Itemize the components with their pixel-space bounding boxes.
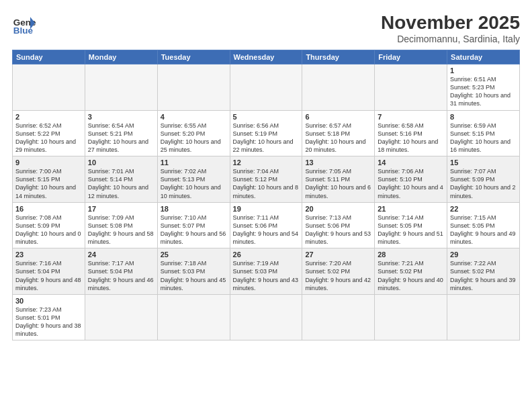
header-tuesday: Tuesday xyxy=(157,50,230,64)
day-info: Sunrise: 7:09 AM Sunset: 5:08 PM Dayligh… xyxy=(88,214,154,246)
calendar-cell: 11Sunrise: 7:02 AM Sunset: 5:13 PM Dayli… xyxy=(157,156,230,203)
calendar-cell xyxy=(85,64,157,111)
day-info: Sunrise: 6:54 AM Sunset: 5:21 PM Dayligh… xyxy=(88,122,154,154)
calendar-cell xyxy=(230,64,302,111)
day-info: Sunrise: 7:01 AM Sunset: 5:14 PM Dayligh… xyxy=(88,167,154,200)
calendar-cell: 5Sunrise: 6:56 AM Sunset: 5:19 PM Daylig… xyxy=(230,110,302,156)
day-number: 13 xyxy=(305,158,371,167)
calendar-cell xyxy=(375,64,447,111)
day-number: 20 xyxy=(305,205,371,213)
day-number: 24 xyxy=(88,250,154,259)
header-wednesday: Wednesday xyxy=(230,50,302,64)
calendar: Sunday Monday Tuesday Wednesday Thursday… xyxy=(12,50,520,340)
day-number: 8 xyxy=(450,113,517,121)
calendar-cell: 4Sunrise: 6:55 AM Sunset: 5:20 PM Daylig… xyxy=(157,110,230,156)
calendar-cell xyxy=(13,64,85,111)
header-monday: Monday xyxy=(85,50,157,64)
calendar-cell: 15Sunrise: 7:07 AM Sunset: 5:09 PM Dayli… xyxy=(447,156,520,203)
day-info: Sunrise: 7:19 AM Sunset: 5:03 PM Dayligh… xyxy=(233,259,300,292)
day-info: Sunrise: 6:51 AM Sunset: 5:23 PM Dayligh… xyxy=(450,75,517,108)
calendar-cell: 25Sunrise: 7:18 AM Sunset: 5:03 PM Dayli… xyxy=(157,248,230,295)
day-number: 2 xyxy=(15,113,82,121)
day-number: 10 xyxy=(88,158,154,167)
day-info: Sunrise: 7:20 AM Sunset: 5:02 PM Dayligh… xyxy=(305,259,371,292)
calendar-cell: 7Sunrise: 6:58 AM Sunset: 5:16 PM Daylig… xyxy=(375,110,447,156)
day-number: 5 xyxy=(233,113,300,121)
calendar-cell: 10Sunrise: 7:01 AM Sunset: 5:14 PM Dayli… xyxy=(85,156,157,203)
calendar-cell: 19Sunrise: 7:11 AM Sunset: 5:06 PM Dayli… xyxy=(230,202,302,248)
day-info: Sunrise: 7:14 AM Sunset: 5:05 PM Dayligh… xyxy=(378,214,444,246)
calendar-cell: 2Sunrise: 6:52 AM Sunset: 5:22 PM Daylig… xyxy=(13,110,85,156)
day-info: Sunrise: 6:56 AM Sunset: 5:19 PM Dayligh… xyxy=(233,122,300,154)
day-number: 7 xyxy=(378,113,444,121)
calendar-week-row-5: 30Sunrise: 7:23 AM Sunset: 5:01 PM Dayli… xyxy=(13,294,520,340)
calendar-cell: 27Sunrise: 7:20 AM Sunset: 5:02 PM Dayli… xyxy=(302,248,375,295)
calendar-cell: 16Sunrise: 7:08 AM Sunset: 5:09 PM Dayli… xyxy=(13,202,85,248)
day-info: Sunrise: 6:58 AM Sunset: 5:16 PM Dayligh… xyxy=(378,122,444,154)
calendar-cell: 13Sunrise: 7:05 AM Sunset: 5:11 PM Dayli… xyxy=(302,156,375,203)
day-info: Sunrise: 7:08 AM Sunset: 5:09 PM Dayligh… xyxy=(15,214,82,246)
calendar-cell: 3Sunrise: 6:54 AM Sunset: 5:21 PM Daylig… xyxy=(85,110,157,156)
calendar-cell xyxy=(302,294,375,340)
header-sunday: Sunday xyxy=(13,50,85,64)
day-info: Sunrise: 7:21 AM Sunset: 5:02 PM Dayligh… xyxy=(378,259,444,292)
header-thursday: Thursday xyxy=(302,50,375,64)
day-number: 18 xyxy=(161,205,227,213)
day-number: 3 xyxy=(88,113,154,121)
day-info: Sunrise: 6:59 AM Sunset: 5:15 PM Dayligh… xyxy=(450,122,517,154)
day-number: 23 xyxy=(15,250,82,259)
day-number: 28 xyxy=(378,250,444,259)
calendar-cell: 6Sunrise: 6:57 AM Sunset: 5:18 PM Daylig… xyxy=(302,110,375,156)
day-number: 6 xyxy=(305,113,371,121)
day-info: Sunrise: 7:23 AM Sunset: 5:01 PM Dayligh… xyxy=(15,306,82,338)
day-number: 16 xyxy=(15,205,82,213)
calendar-cell: 29Sunrise: 7:22 AM Sunset: 5:02 PM Dayli… xyxy=(447,248,520,295)
day-info: Sunrise: 7:11 AM Sunset: 5:06 PM Dayligh… xyxy=(233,214,300,246)
day-info: Sunrise: 7:10 AM Sunset: 5:07 PM Dayligh… xyxy=(161,214,227,246)
month-title: November 2025 xyxy=(381,12,520,34)
calendar-cell: 12Sunrise: 7:04 AM Sunset: 5:12 PM Dayli… xyxy=(230,156,302,203)
day-number: 30 xyxy=(15,297,82,305)
day-info: Sunrise: 7:05 AM Sunset: 5:11 PM Dayligh… xyxy=(305,167,371,200)
day-number: 27 xyxy=(305,250,371,259)
day-number: 26 xyxy=(233,250,300,259)
day-info: Sunrise: 7:16 AM Sunset: 5:04 PM Dayligh… xyxy=(15,259,82,292)
calendar-cell: 14Sunrise: 7:06 AM Sunset: 5:10 PM Dayli… xyxy=(375,156,447,203)
day-number: 22 xyxy=(450,205,517,213)
calendar-cell xyxy=(230,294,302,340)
day-info: Sunrise: 7:22 AM Sunset: 5:02 PM Dayligh… xyxy=(450,259,517,292)
day-number: 11 xyxy=(161,158,227,167)
day-info: Sunrise: 6:52 AM Sunset: 5:22 PM Dayligh… xyxy=(15,122,82,154)
calendar-cell xyxy=(157,294,230,340)
calendar-cell xyxy=(85,294,157,340)
day-number: 25 xyxy=(161,250,227,259)
day-info: Sunrise: 7:07 AM Sunset: 5:09 PM Dayligh… xyxy=(450,167,517,200)
weekday-header-row: Sunday Monday Tuesday Wednesday Thursday… xyxy=(13,50,520,64)
day-number: 19 xyxy=(233,205,300,213)
calendar-cell xyxy=(375,294,447,340)
day-info: Sunrise: 7:15 AM Sunset: 5:05 PM Dayligh… xyxy=(450,214,517,246)
calendar-cell: 26Sunrise: 7:19 AM Sunset: 5:03 PM Dayli… xyxy=(230,248,302,295)
day-number: 15 xyxy=(450,158,517,167)
calendar-cell xyxy=(157,64,230,111)
calendar-cell: 21Sunrise: 7:14 AM Sunset: 5:05 PM Dayli… xyxy=(375,202,447,248)
calendar-cell: 1Sunrise: 6:51 AM Sunset: 5:23 PM Daylig… xyxy=(447,64,520,111)
calendar-cell: 28Sunrise: 7:21 AM Sunset: 5:02 PM Dayli… xyxy=(375,248,447,295)
day-number: 17 xyxy=(88,205,154,213)
calendar-week-row-3: 16Sunrise: 7:08 AM Sunset: 5:09 PM Dayli… xyxy=(13,202,520,248)
day-info: Sunrise: 7:04 AM Sunset: 5:12 PM Dayligh… xyxy=(233,167,300,200)
calendar-cell xyxy=(302,64,375,111)
day-info: Sunrise: 7:06 AM Sunset: 5:10 PM Dayligh… xyxy=(378,167,444,200)
calendar-week-row-1: 2Sunrise: 6:52 AM Sunset: 5:22 PM Daylig… xyxy=(13,110,520,156)
day-number: 29 xyxy=(450,250,517,259)
location: Decimomannu, Sardinia, Italy xyxy=(381,34,520,44)
header: General Blue November 2025 Decimomannu, … xyxy=(12,12,520,44)
day-info: Sunrise: 7:02 AM Sunset: 5:13 PM Dayligh… xyxy=(161,167,227,200)
calendar-cell: 23Sunrise: 7:16 AM Sunset: 5:04 PM Dayli… xyxy=(13,248,85,295)
title-block: November 2025 Decimomannu, Sardinia, Ita… xyxy=(381,12,520,44)
logo-icon: General Blue xyxy=(12,12,36,36)
page: General Blue November 2025 Decimomannu, … xyxy=(0,0,532,411)
header-saturday: Saturday xyxy=(447,50,520,64)
day-number: 4 xyxy=(161,113,227,121)
header-friday: Friday xyxy=(375,50,447,64)
